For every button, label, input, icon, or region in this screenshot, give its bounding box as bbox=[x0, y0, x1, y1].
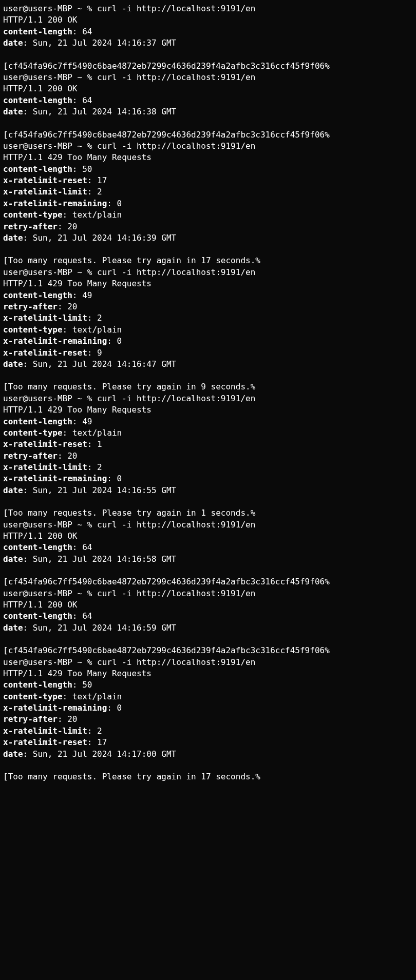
response-hash: cf454fa96c7ff5490c6bae4872eb7299c4636d23… bbox=[8, 645, 325, 655]
header-line: content-type: text/plain bbox=[3, 427, 413, 439]
header-line: content-length: 64 bbox=[3, 26, 413, 37]
http-status: HTTP/1.1 200 OK bbox=[3, 531, 78, 541]
http-status: HTTP/1.1 429 Too Many Requests bbox=[3, 405, 152, 415]
request-block: [cf454fa96c7ff5490c6bae4872eb7299c4636d2… bbox=[3, 576, 413, 634]
terminal-output[interactable]: user@users-MBP ~ % curl -i http://localh… bbox=[0, 0, 416, 786]
shell-prompt: user@users-MBP ~ % bbox=[3, 267, 97, 277]
status-line: HTTP/1.1 200 OK bbox=[3, 14, 413, 26]
http-status: HTTP/1.1 429 Too Many Requests bbox=[3, 279, 152, 288]
header-line: content-length: 64 bbox=[3, 95, 413, 106]
header-line: x-ratelimit-reset: 17 bbox=[3, 175, 413, 186]
command-line: user@users-MBP ~ % curl -i http://localh… bbox=[3, 72, 413, 83]
response-body: [Too many requests. Please try again in … bbox=[3, 507, 413, 519]
header-line: x-ratelimit-remaining: 0 bbox=[3, 198, 413, 209]
curl-command: curl -i http://localhost:9191/en bbox=[97, 520, 255, 530]
response-body: [cf454fa96c7ff5490c6bae4872eb7299c4636d2… bbox=[3, 576, 413, 587]
status-line: HTTP/1.1 200 OK bbox=[3, 531, 413, 542]
command-line: user@users-MBP ~ % curl -i http://localh… bbox=[3, 588, 413, 599]
http-status: HTTP/1.1 200 OK bbox=[3, 15, 78, 25]
header-line: x-ratelimit-limit: 2 bbox=[3, 462, 413, 473]
header-value: : 20 bbox=[58, 302, 78, 311]
header-line: date: Sun, 21 Jul 2024 14:16:47 GMT bbox=[3, 359, 413, 370]
header-value: : Sun, 21 Jul 2024 14:16:55 GMT bbox=[23, 485, 177, 495]
header-line: x-ratelimit-limit: 2 bbox=[3, 726, 413, 737]
open-bracket-icon: [ bbox=[3, 772, 8, 781]
header-value: : Sun, 21 Jul 2024 14:16:37 GMT bbox=[23, 38, 177, 48]
header-line: date: Sun, 21 Jul 2024 14:16:58 GMT bbox=[3, 554, 413, 565]
curl-command: curl -i http://localhost:9191/en bbox=[97, 589, 255, 598]
command-line: user@users-MBP ~ % curl -i http://localh… bbox=[3, 141, 413, 152]
header-line: retry-after: 20 bbox=[3, 221, 413, 232]
response-body-text: Too many requests. Please try again in 1… bbox=[8, 508, 251, 518]
header-value: : 64 bbox=[72, 27, 92, 36]
header-line: x-ratelimit-remaining: 0 bbox=[3, 336, 413, 347]
header-name: x-ratelimit-limit bbox=[3, 462, 87, 472]
command-line: user@users-MBP ~ % curl -i http://localh… bbox=[3, 267, 413, 278]
curl-command: curl -i http://localhost:9191/en bbox=[97, 141, 255, 151]
status-line: HTTP/1.1 429 Too Many Requests bbox=[3, 152, 413, 163]
header-name: x-ratelimit-limit bbox=[3, 313, 87, 323]
header-line: content-length: 49 bbox=[3, 290, 413, 301]
request-block: [cf454fa96c7ff5490c6bae4872eb7299c4636d2… bbox=[3, 129, 413, 244]
command-line: user@users-MBP ~ % curl -i http://localh… bbox=[3, 3, 413, 14]
status-line: HTTP/1.1 200 OK bbox=[3, 83, 413, 94]
header-line: date: Sun, 21 Jul 2024 14:16:39 GMT bbox=[3, 232, 413, 244]
http-status: HTTP/1.1 200 OK bbox=[3, 600, 78, 610]
response-body: [cf454fa96c7ff5490c6bae4872eb7299c4636d2… bbox=[3, 645, 413, 656]
header-name: x-ratelimit-limit bbox=[3, 187, 87, 197]
header-line: retry-after: 20 bbox=[3, 450, 413, 462]
header-line: date: Sun, 21 Jul 2024 14:17:00 GMT bbox=[3, 749, 413, 760]
command-line: user@users-MBP ~ % curl -i http://localh… bbox=[3, 393, 413, 404]
header-name: retry-after bbox=[3, 451, 58, 461]
percent-icon: % bbox=[255, 256, 260, 265]
header-name: content-type bbox=[3, 325, 63, 335]
request-block: [Too many requests. Please try again in … bbox=[3, 381, 413, 496]
header-value: : 64 bbox=[72, 611, 92, 621]
header-value: : 49 bbox=[72, 290, 92, 300]
header-line: content-type: text/plain bbox=[3, 691, 413, 702]
header-line: x-ratelimit-remaining: 0 bbox=[3, 702, 413, 714]
header-line: content-length: 50 bbox=[3, 679, 413, 691]
header-name: content-length bbox=[3, 611, 72, 621]
header-value: : text/plain bbox=[63, 210, 122, 220]
request-block: [Too many requests. Please try again in … bbox=[3, 255, 413, 370]
header-value: : 49 bbox=[72, 417, 92, 426]
header-line: retry-after: 20 bbox=[3, 301, 413, 312]
request-block: [cf454fa96c7ff5490c6bae4872eb7299c4636d2… bbox=[3, 61, 413, 118]
response-body: [Too many requests. Please try again in … bbox=[3, 771, 413, 782]
header-value: : Sun, 21 Jul 2024 14:16:47 GMT bbox=[23, 359, 177, 369]
header-name: x-ratelimit-remaining bbox=[3, 474, 107, 483]
header-name: x-ratelimit-limit bbox=[3, 726, 87, 736]
request-block: [Too many requests. Please try again in … bbox=[3, 507, 413, 565]
open-bracket-icon: [ bbox=[3, 577, 8, 586]
open-bracket-icon: [ bbox=[3, 130, 8, 140]
response-body: [Too many requests. Please try again in … bbox=[3, 381, 413, 393]
header-line: x-ratelimit-reset: 9 bbox=[3, 347, 413, 359]
header-name: x-ratelimit-reset bbox=[3, 439, 87, 449]
response-body: [Too many requests. Please try again in … bbox=[3, 255, 413, 266]
header-name: date bbox=[3, 233, 23, 243]
status-line: HTTP/1.1 429 Too Many Requests bbox=[3, 404, 413, 416]
header-name: retry-after bbox=[3, 302, 58, 311]
header-value: : 2 bbox=[87, 462, 102, 472]
command-line: user@users-MBP ~ % curl -i http://localh… bbox=[3, 657, 413, 668]
header-name: date bbox=[3, 107, 23, 116]
header-value: : 17 bbox=[87, 737, 107, 747]
percent-icon: % bbox=[325, 645, 330, 655]
header-value: : 0 bbox=[107, 703, 122, 713]
percent-icon: % bbox=[255, 772, 260, 781]
shell-prompt: user@users-MBP ~ % bbox=[3, 72, 97, 82]
response-body: [cf454fa96c7ff5490c6bae4872eb7299c4636d2… bbox=[3, 129, 413, 141]
header-name: x-ratelimit-remaining bbox=[3, 199, 107, 208]
command-line: user@users-MBP ~ % curl -i http://localh… bbox=[3, 519, 413, 531]
header-value: : 0 bbox=[107, 474, 122, 483]
response-body-text: Too many requests. Please try again in 9… bbox=[8, 382, 251, 391]
status-line: HTTP/1.1 200 OK bbox=[3, 599, 413, 611]
percent-icon: % bbox=[325, 130, 330, 140]
response-hash: cf454fa96c7ff5490c6bae4872eb7299c4636d23… bbox=[8, 130, 325, 140]
header-line: content-length: 64 bbox=[3, 542, 413, 553]
status-line: HTTP/1.1 429 Too Many Requests bbox=[3, 668, 413, 679]
header-name: date bbox=[3, 554, 23, 564]
open-bracket-icon: [ bbox=[3, 256, 8, 265]
header-name: content-length bbox=[3, 542, 72, 552]
